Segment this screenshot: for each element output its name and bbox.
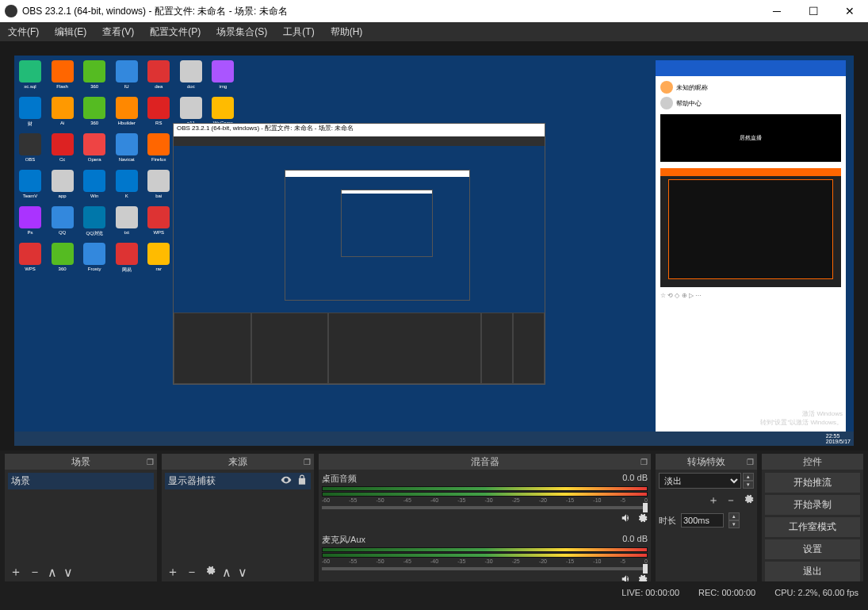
start-recording-button[interactable]: 开始录制	[765, 495, 860, 515]
source-up-button[interactable]: ∧	[222, 565, 231, 580]
exit-button[interactable]: 退出	[765, 562, 860, 581]
dock-panels: 场景 ❐ 场景 ＋ － ∧ ∨ 来源 ❐ 显示器捕获	[0, 451, 868, 585]
scene-up-button[interactable]: ∧	[48, 565, 57, 580]
lock-icon[interactable]	[296, 474, 308, 488]
panel-mixer: 混音器 ❐ 桌面音频 0.0 dB -60-55-50-45-40-35-30-…	[319, 454, 651, 581]
scenes-list: 场景	[5, 470, 157, 562]
visibility-icon[interactable]	[281, 474, 292, 488]
window-title: OBS 23.2.1 (64-bit, windows) - 配置文件: 未命名…	[22, 5, 759, 18]
sources-toolbar: ＋ － ∧ ∨	[162, 562, 314, 581]
source-item[interactable]: 显示器捕获	[165, 473, 311, 489]
popout-icon[interactable]: ❐	[640, 458, 648, 466]
window-controls: ─ ☐ ✕	[759, 0, 868, 22]
remove-source-button[interactable]: －	[185, 564, 198, 581]
mixer-ticks: -60-55-50-45-40-35-30-25-20-15-10-50	[322, 497, 648, 503]
menubar: 文件(F) 编辑(E) 查看(V) 配置文件(P) 场景集合(S) 工具(T) …	[0, 22, 868, 41]
add-scene-button[interactable]: ＋	[10, 564, 22, 581]
source-settings-button[interactable]	[205, 565, 216, 579]
status-cpu: CPU: 2.2%, 60.00 fps	[774, 588, 858, 597]
add-source-button[interactable]: ＋	[166, 564, 179, 581]
duration-up-button[interactable]: ▴	[728, 512, 740, 520]
panel-sources-header: 来源 ❐	[162, 454, 314, 470]
channel-settings-button[interactable]	[637, 574, 648, 581]
mixer-channel-name: 麦克风/Aux	[322, 534, 365, 546]
volume-meter	[322, 492, 648, 497]
volume-slider[interactable]	[322, 506, 648, 509]
panel-controls: 控件 开始推流 开始录制 工作室模式 设置 退出	[762, 454, 863, 581]
maximize-button[interactable]: ☐	[795, 0, 832, 22]
mixer-channel-name: 桌面音频	[322, 473, 357, 485]
mixer-channel-desktop: 桌面音频 0.0 dB -60-55-50-45-40-35-30-25-20-…	[322, 473, 648, 526]
channel-settings-button[interactable]	[637, 512, 648, 526]
panel-mixer-header: 混音器 ❐	[319, 454, 651, 470]
panel-controls-header: 控件	[762, 454, 863, 470]
transition-up-button[interactable]: ▴	[743, 473, 754, 481]
add-transition-button[interactable]: ＋	[708, 493, 719, 508]
scenes-toolbar: ＋ － ∧ ∨	[5, 562, 157, 581]
mute-button[interactable]	[621, 512, 632, 526]
sources-list: 显示器捕获	[162, 470, 314, 562]
mixer-channel-db: 0.0 dB	[622, 534, 648, 546]
panel-sources: 来源 ❐ 显示器捕获 ＋ － ∧	[162, 454, 314, 581]
captured-taskbar: 22:552019/5/17	[14, 432, 854, 446]
volume-meter	[322, 486, 648, 491]
studio-mode-button[interactable]: 工作室模式	[765, 517, 860, 537]
menu-view[interactable]: 查看(V)	[99, 24, 137, 40]
statusbar: LIVE: 00:00:00 REC: 00:00:00 CPU: 2.2%, …	[0, 585, 868, 600]
mixer-channel-db: 0.0 dB	[622, 473, 648, 485]
popout-icon[interactable]: ❐	[747, 458, 754, 466]
panel-scenes: 场景 ❐ 场景 ＋ － ∧ ∨	[5, 454, 157, 581]
recursive-obs-window: OBS 23.2.1 (64-bit, windows) - 配置文件: 未命名…	[173, 123, 545, 385]
titlebar: OBS 23.2.1 (64-bit, windows) - 配置文件: 未命名…	[0, 0, 868, 22]
obs-logo-icon	[5, 5, 17, 17]
settings-button[interactable]: 设置	[765, 539, 860, 559]
transition-settings-button[interactable]	[743, 493, 754, 508]
duration-label: 时长	[659, 515, 676, 527]
remove-scene-button[interactable]: －	[29, 564, 41, 581]
duration-down-button[interactable]: ▾	[728, 520, 740, 528]
menu-tools[interactable]: 工具(T)	[280, 24, 317, 40]
mixer-body: 桌面音频 0.0 dB -60-55-50-45-40-35-30-25-20-…	[319, 470, 651, 581]
remove-transition-button[interactable]: －	[725, 493, 736, 508]
scene-item[interactable]: 场景	[8, 473, 154, 489]
status-live: LIVE: 00:00:00	[621, 588, 679, 597]
preview-area: xc.sql Flash 360 IU dea doc img 财 Ai 360…	[0, 41, 868, 451]
panel-transitions: 转场特效 ❐ 淡出 ▴ ▾ ＋ － 时长 ▴	[656, 454, 757, 581]
transition-select[interactable]: 淡出	[659, 473, 741, 489]
mute-button[interactable]	[621, 574, 632, 581]
panel-scenes-header: 场景 ❐	[5, 454, 157, 470]
volume-slider[interactable]	[322, 567, 648, 570]
menu-file[interactable]: 文件(F)	[5, 24, 42, 40]
controls-body: 开始推流 开始录制 工作室模式 设置 退出	[762, 470, 863, 581]
menu-scene-collection[interactable]: 场景集合(S)	[213, 24, 270, 40]
transition-down-button[interactable]: ▾	[743, 481, 754, 489]
volume-meter	[322, 547, 648, 552]
status-rec: REC: 00:00:00	[698, 588, 755, 597]
panel-transitions-header: 转场特效 ❐	[656, 454, 757, 470]
volume-meter	[322, 553, 648, 558]
close-button[interactable]: ✕	[832, 0, 868, 22]
popout-icon[interactable]: ❐	[147, 458, 154, 466]
windows-watermark: 激活 Windows 转到"设置"以激活 Windows。	[760, 409, 843, 427]
source-down-button[interactable]: ∨	[238, 565, 247, 580]
minimize-button[interactable]: ─	[759, 0, 795, 22]
mixer-ticks: -60-55-50-45-40-35-30-25-20-15-10-50	[322, 558, 648, 564]
right-browser-panel: 未知的昵称 帮助中心 居然直播 ☆ ⟲ ◇ ⊕ ▷ ⋯	[656, 60, 846, 433]
recursive-title: OBS 23.2.1 (64-bit, windows) - 配置文件: 未命名…	[174, 124, 545, 136]
start-streaming-button[interactable]: 开始推流	[765, 473, 860, 493]
menu-edit[interactable]: 编辑(E)	[52, 24, 90, 40]
duration-input[interactable]	[681, 513, 724, 528]
menu-help[interactable]: 帮助(H)	[327, 24, 366, 40]
popout-icon[interactable]: ❐	[304, 458, 311, 466]
preview-canvas[interactable]: xc.sql Flash 360 IU dea doc img 财 Ai 360…	[14, 56, 854, 446]
transitions-body: 淡出 ▴ ▾ ＋ － 时长 ▴ ▾	[656, 470, 757, 581]
mixer-channel-mic: 麦克风/Aux 0.0 dB -60-55-50-45-40-35-30-25-…	[322, 534, 648, 581]
scene-down-button[interactable]: ∨	[63, 565, 73, 580]
menu-profile[interactable]: 配置文件(P)	[147, 24, 204, 40]
